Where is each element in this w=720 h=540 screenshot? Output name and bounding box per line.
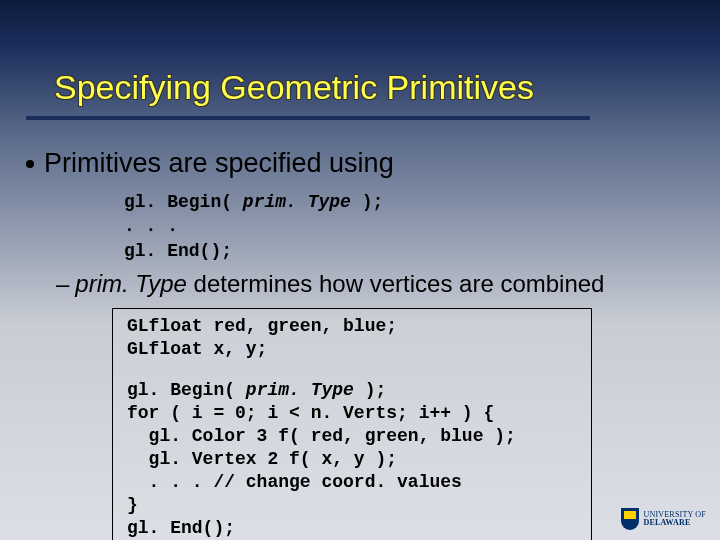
code-line: gl. End(); [124, 239, 383, 263]
bullet-item: Primitives are specified using [26, 148, 394, 179]
code-line: gl. End(); [127, 517, 577, 540]
blank-line [127, 361, 577, 379]
sub-bullet-item: – prim. Type determines how vertices are… [56, 270, 604, 298]
slide-title: Specifying Geometric Primitives [54, 68, 534, 107]
code-line: for ( i = 0; i < n. Verts; i++ ) { [127, 402, 577, 425]
code-line: . . . [124, 214, 383, 238]
code-snippet-top: gl. Begin( prim. Type ); . . . gl. End()… [124, 190, 383, 263]
bullet-text: Primitives are specified using [44, 148, 394, 179]
code-box: GLfloat red, green, blue; GLfloat x, y; … [112, 308, 592, 540]
code-line: } [127, 494, 577, 517]
code-line: GLfloat x, y; [127, 338, 577, 361]
logo-text: University of Delaware [643, 511, 706, 527]
title-underline [26, 116, 590, 120]
dash-icon: – [56, 270, 69, 298]
code-line: GLfloat red, green, blue; [127, 315, 577, 338]
code-line: . . . // change coord. values [127, 471, 577, 494]
sub-bullet-text: prim. Type determines how vertices are c… [75, 270, 604, 298]
code-line: gl. Color 3 f( red, green, blue ); [127, 425, 577, 448]
code-line: gl. Begin( prim. Type ); [127, 379, 577, 402]
shield-icon [621, 508, 639, 530]
code-line: gl. Vertex 2 f( x, y ); [127, 448, 577, 471]
code-line: gl. Begin( prim. Type ); [124, 190, 383, 214]
university-logo: University of Delaware [621, 508, 706, 530]
bullet-dot-icon [26, 160, 34, 168]
